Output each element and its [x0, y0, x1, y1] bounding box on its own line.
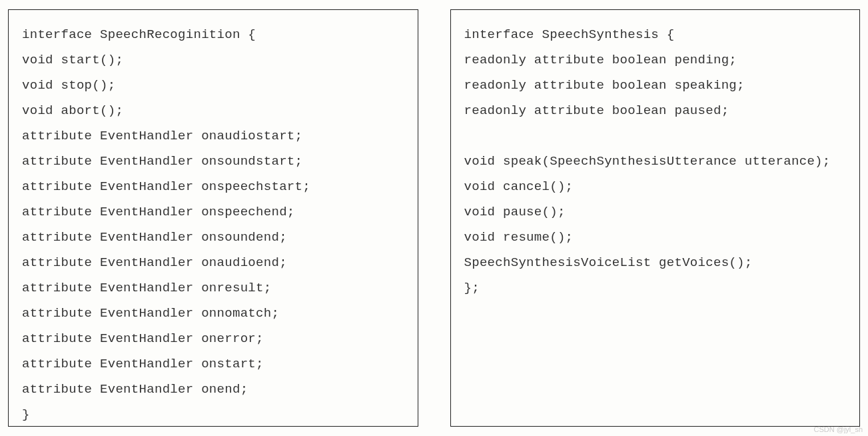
code-line: attribute EventHandler onsoundstart; [22, 149, 406, 174]
code-line: attribute EventHandler onspeechstart; [22, 174, 406, 199]
code-box-right: interface SpeechSynthesis { readonly att… [450, 9, 861, 427]
code-line: attribute EventHandler onaudioend; [22, 250, 406, 275]
code-line-blank [464, 123, 848, 149]
code-line: void speak(SpeechSynthesisUtterance utte… [464, 149, 848, 174]
code-line: void resume(); [464, 225, 848, 250]
code-line: interface SpeechRecoginition { [22, 22, 406, 47]
code-box-left: interface SpeechRecoginition { void star… [8, 9, 418, 427]
code-line: attribute EventHandler onstart; [22, 351, 406, 377]
code-line: SpeechSynthesisVoiceList getVoices(); [464, 250, 848, 275]
code-line: readonly attribute boolean paused; [464, 98, 848, 123]
code-line: attribute EventHandler onresult; [22, 275, 406, 301]
code-line: void abort(); [22, 98, 406, 123]
code-line: void stop(); [22, 73, 406, 98]
code-line: attribute EventHandler onnomatch; [22, 301, 406, 326]
code-line: attribute EventHandler onspeechend; [22, 199, 406, 225]
code-line: } [22, 402, 406, 427]
code-line: attribute EventHandler onaudiostart; [22, 123, 406, 149]
code-line: attribute EventHandler onerror; [22, 326, 406, 351]
code-line: attribute EventHandler onend; [22, 377, 406, 402]
code-line: readonly attribute boolean speaking; [464, 73, 848, 98]
code-line: attribute EventHandler onsoundend; [22, 225, 406, 250]
code-line: void pause(); [464, 199, 848, 225]
code-line: void cancel(); [464, 174, 848, 199]
code-line: }; [464, 275, 848, 301]
watermark: CSDN @jyl_sh [813, 425, 863, 433]
code-line: void start(); [22, 47, 406, 73]
code-line: interface SpeechSynthesis { [464, 22, 848, 47]
code-line: readonly attribute boolean pending; [464, 47, 848, 73]
